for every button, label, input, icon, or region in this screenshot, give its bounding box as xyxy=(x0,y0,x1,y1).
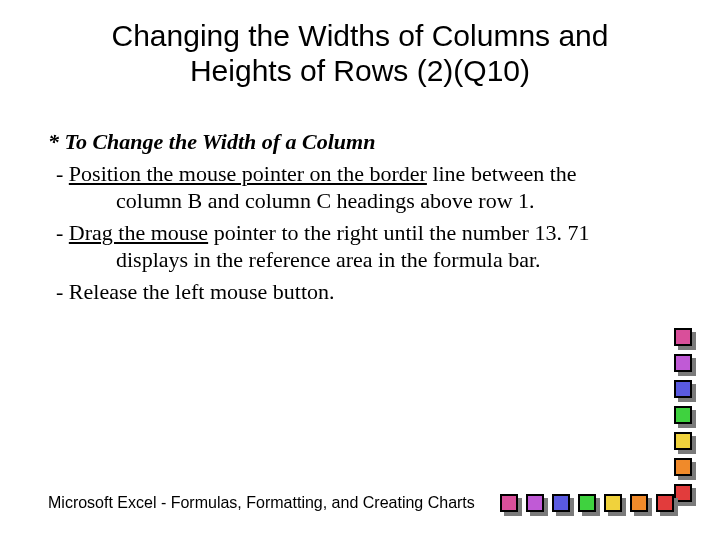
step-1-cont: column B and column C headings above row… xyxy=(70,187,650,215)
subheading: To Change the Width of a Column xyxy=(65,129,376,154)
deco-square xyxy=(526,494,544,512)
deco-square xyxy=(500,494,518,512)
step-2-rest: pointer to the right until the number 13… xyxy=(208,220,589,245)
deco-square xyxy=(674,432,692,450)
deco-square xyxy=(578,494,596,512)
deco-square xyxy=(674,406,692,424)
deco-square xyxy=(656,494,674,512)
subheading-line: * To Change the Width of a Column xyxy=(48,128,650,156)
step-2-dash: - xyxy=(56,220,69,245)
deco-square xyxy=(604,494,622,512)
deco-square xyxy=(674,328,692,346)
slide: Changing the Widths of Columns and Heigh… xyxy=(0,0,720,540)
deco-square xyxy=(552,494,570,512)
step-2-underlined: Drag the mouse xyxy=(69,220,208,245)
deco-square xyxy=(674,458,692,476)
slide-title: Changing the Widths of Columns and Heigh… xyxy=(0,18,720,89)
deco-square xyxy=(630,494,648,512)
step-3-text: Release the left mouse button. xyxy=(69,279,335,304)
step-2: - Drag the mouse pointer to the right un… xyxy=(48,219,650,274)
step-3-dash: - xyxy=(56,279,69,304)
step-1-underlined: Position the mouse pointer on the border xyxy=(69,161,427,186)
deco-square xyxy=(674,354,692,372)
deco-square xyxy=(674,380,692,398)
step-1-rest: line between the xyxy=(427,161,577,186)
slide-body: * To Change the Width of a Column - Posi… xyxy=(48,128,650,305)
footer-text: Microsoft Excel - Formulas, Formatting, … xyxy=(48,494,475,512)
step-3: - Release the left mouse button. xyxy=(48,278,650,306)
step-1: - Position the mouse pointer on the bord… xyxy=(48,160,650,215)
title-line-1: Changing the Widths of Columns and xyxy=(112,19,609,52)
step-2-cont: displays in the reference area in the fo… xyxy=(70,246,650,274)
title-line-2: Heights of Rows (2)(Q10) xyxy=(190,54,530,87)
step-1-dash: - xyxy=(56,161,69,186)
bullet-star: * xyxy=(48,129,65,154)
